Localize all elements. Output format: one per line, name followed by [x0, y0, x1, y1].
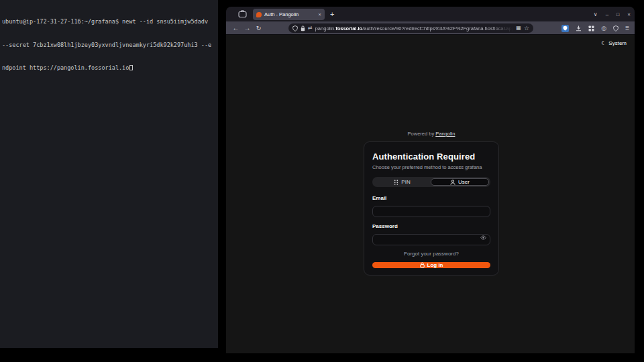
forgot-password-link[interactable]: Forgot your password? — [372, 251, 490, 257]
login-button[interactable]: Log in — [372, 262, 490, 268]
moon-icon: ☾ — [601, 40, 606, 46]
show-password-eye-icon[interactable] — [480, 235, 486, 241]
password-field[interactable] — [372, 234, 490, 245]
pangolin-favicon-icon — [256, 12, 262, 17]
theme-label: System — [608, 40, 627, 46]
url-bar[interactable]: ⇄ pangolin.fossorial.io/auth/resource/90… — [288, 23, 533, 33]
tab-title: Auth - Pangolin — [264, 11, 315, 17]
tab-auth-pangolin[interactable]: Auth - Pangolin × — [253, 9, 325, 20]
url-text: pangolin.fossorial.io/auth/resource/90?r… — [315, 25, 514, 32]
containers-grid-icon[interactable]: ▦ — [516, 25, 521, 32]
email-label: Email — [372, 195, 490, 201]
card-subtitle: Choose your preferred method to access g… — [372, 164, 490, 170]
terminal-window[interactable]: ubuntu@ip-172-31-27-116:~/grafana$ newt … — [0, 0, 218, 348]
tab-close-icon[interactable]: × — [318, 12, 321, 17]
tab-user[interactable]: User — [431, 178, 489, 186]
email-field[interactable] — [372, 206, 490, 217]
browser-window: Auth - Pangolin × + ∨ – □ × ← → ↻ ⇄ pang… — [226, 7, 635, 353]
permissions-swap-icon[interactable]: ⇄ — [308, 25, 313, 32]
auth-card: Authentication Required Choose your pref… — [364, 141, 499, 276]
extensions-icon[interactable] — [588, 25, 594, 32]
account-circle-icon[interactable]: ◎ — [601, 25, 606, 32]
page-content: ☾ System Powered by Pangolin Authenticat… — [226, 35, 635, 353]
list-tabs-chevron-icon[interactable]: ∨ — [594, 11, 598, 17]
browser-toolbar: ← → ↻ ⇄ pangolin.fossorial.io/auth/resou… — [226, 21, 635, 35]
reload-button[interactable]: ↻ — [253, 25, 264, 32]
pangolin-link[interactable]: Pangolin — [435, 131, 455, 137]
terminal-line: ndpoint https://pangolin.fossorial.io — [2, 64, 216, 72]
keypad-icon — [394, 180, 398, 185]
downloads-icon[interactable] — [576, 25, 582, 32]
terminal-line: --secret 7cbz1xw08lh1jbzey03yxvndljvneam… — [2, 42, 216, 50]
bookmark-star-icon[interactable]: ☆ — [524, 25, 529, 32]
menu-hamburger-icon[interactable]: ≡ — [625, 25, 629, 32]
theme-toggle[interactable]: ☾ System — [601, 40, 627, 46]
lock-icon[interactable] — [301, 25, 305, 32]
new-tab-button[interactable]: + — [330, 9, 334, 19]
card-title: Authentication Required — [372, 152, 490, 162]
firefox-view-icon[interactable] — [238, 10, 247, 18]
terminal-cursor — [129, 65, 133, 71]
window-minimize-button[interactable]: – — [606, 11, 608, 17]
back-button[interactable]: ← — [230, 25, 241, 32]
window-close-button[interactable]: × — [627, 11, 631, 17]
tracking-shield-icon[interactable] — [292, 25, 298, 32]
user-icon — [450, 180, 455, 185]
window-maximize-button[interactable]: □ — [616, 12, 619, 17]
ublock-extension-icon[interactable] — [561, 25, 569, 32]
auth-method-tabs: PIN User — [372, 177, 490, 187]
powered-by: Powered by Pangolin — [364, 131, 499, 137]
password-label: Password — [372, 223, 490, 229]
terminal-line: ubuntu@ip-172-31-27-116:~/grafana$ newt … — [2, 18, 216, 26]
shield-extension-icon[interactable] — [613, 25, 619, 32]
browser-tab-bar: Auth - Pangolin × + ∨ – □ × — [226, 7, 635, 21]
forward-button[interactable]: → — [241, 25, 253, 32]
login-lock-icon — [420, 262, 425, 268]
tab-pin[interactable]: PIN — [374, 178, 431, 186]
